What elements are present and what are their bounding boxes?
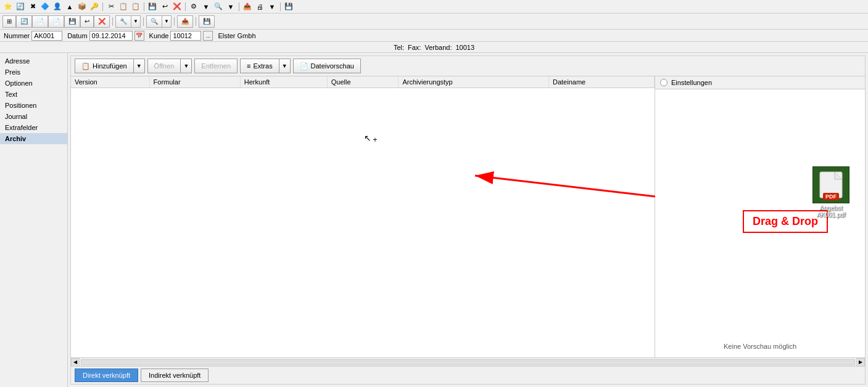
- menu-icon-close[interactable]: ✖: [27, 1, 38, 12]
- filter-btn[interactable]: 🔍: [146, 15, 162, 28]
- indirekt-button[interactable]: Indirekt verknüpft: [141, 369, 209, 382]
- dateivorschau-group: 📄 Dateivorschau: [293, 59, 361, 73]
- copy-button[interactable]: 📄: [48, 15, 64, 28]
- menu-icon-user[interactable]: 👤: [52, 1, 63, 12]
- oeffnen-dropdown[interactable]: ▼: [181, 59, 192, 73]
- menu-icon-delete[interactable]: ❌: [172, 1, 183, 12]
- sidebar-item-extrafelder[interactable]: Extrafelder: [0, 122, 67, 133]
- kunde-picker-button[interactable]: ...: [203, 31, 213, 41]
- customer-name: Elster Gmbh: [218, 32, 255, 39]
- settings-btn[interactable]: 🔧: [115, 15, 131, 28]
- scrollbar-area[interactable]: ◀ ▶: [71, 357, 865, 366]
- menu-icon-print[interactable]: 🖨: [254, 1, 265, 12]
- extras-button[interactable]: ≡ Extras: [240, 59, 279, 73]
- oeffnen-group: Öffnen ▼: [147, 59, 192, 73]
- menu-icon-settings[interactable]: ⚙: [188, 1, 199, 12]
- sep-tb: [112, 17, 113, 26]
- filter-dropdown[interactable]: ▼: [162, 15, 172, 28]
- col-herkunft: Herkunft: [240, 76, 327, 88]
- sidebar-item-preis[interactable]: Preis: [0, 67, 67, 78]
- menu-icon-diamond[interactable]: 🔷: [39, 1, 51, 12]
- extras-dropdown[interactable]: ▼: [279, 59, 291, 73]
- action-toolbar: 📋 Hinzufügen ▼ Öffnen ▼ Entfernen ≡ E: [71, 56, 865, 76]
- sidebar-item-positionen[interactable]: Positionen: [0, 100, 67, 111]
- table-area[interactable]: Version Formular Herkunft Quelle Archivi…: [71, 76, 655, 357]
- nummer-input[interactable]: [31, 31, 62, 41]
- undo-button[interactable]: ↩: [80, 15, 94, 28]
- refresh-button[interactable]: 🔄: [16, 15, 32, 28]
- sidebar-item-text[interactable]: Text: [0, 89, 67, 100]
- menu-icon-star[interactable]: ⭐: [2, 1, 14, 12]
- einstellungen-label: Einstellungen: [671, 79, 712, 86]
- sep3: [185, 2, 186, 11]
- sidebar-item-archiv[interactable]: Archiv: [0, 133, 67, 144]
- col-dateiname: Dateiname: [549, 76, 655, 88]
- dateivorschau-button[interactable]: 📄 Dateivorschau: [293, 59, 361, 73]
- main-layout: Adresse Preis Optionen Text Positionen J…: [0, 53, 868, 387]
- content-area: 📋 Hinzufügen ▼ Öffnen ▼ Entfernen ≡ E: [70, 55, 866, 385]
- kunde-input[interactable]: [170, 31, 201, 41]
- nav-btn-group: ⊞ 🔄 📄 📄 💾 ↩ ❌: [2, 15, 110, 28]
- settings-dropdown[interactable]: ▼: [131, 15, 141, 28]
- menu-icon-refresh[interactable]: 🔄: [15, 1, 26, 12]
- menu-icon-package[interactable]: 📦: [76, 1, 88, 12]
- oeffnen-button[interactable]: Öffnen: [147, 59, 181, 73]
- save-button[interactable]: 💾: [64, 15, 80, 28]
- menu-icon-paste[interactable]: 📋: [130, 1, 141, 12]
- hinzufuegen-group: 📋 Hinzufügen ▼: [75, 59, 145, 73]
- datum-input[interactable]: [89, 31, 133, 41]
- menu-icon-cut[interactable]: ✂: [105, 1, 117, 12]
- nummer-field: Nummer: [4, 31, 62, 41]
- sidebar-item-journal[interactable]: Journal: [0, 111, 67, 122]
- menu-icon-dropdown[interactable]: ▼: [200, 1, 212, 12]
- menu-icon-undo[interactable]: ↩: [159, 1, 170, 12]
- hinzufuegen-dropdown[interactable]: ▼: [134, 59, 145, 73]
- extras-label: Extras: [253, 62, 272, 70]
- entfernen-button[interactable]: Entfernen: [194, 59, 238, 73]
- delete-button[interactable]: ❌: [94, 15, 110, 28]
- menu-icon-filter[interactable]: ▼: [225, 1, 236, 12]
- nav-button[interactable]: 📤: [177, 15, 193, 28]
- menu-icon-save[interactable]: 💾: [147, 1, 158, 12]
- top-menu-bar: ⭐ 🔄 ✖ 🔷 👤 ▲ 📦 🔑 ✂ 📋 📋 💾 ↩ ❌ ⚙ ▼ 🔍 ▼ 📤 🖨 …: [0, 0, 868, 14]
- sidebar-item-optionen[interactable]: Optionen: [0, 78, 67, 89]
- direkt-button[interactable]: Direkt verknüpft: [75, 369, 138, 382]
- menu-icon-key[interactable]: 🔑: [89, 1, 100, 12]
- pdf-icon-background: PDF: [812, 166, 849, 203]
- sep-tb4: [196, 17, 196, 26]
- menu-icon-copy[interactable]: 📋: [118, 1, 129, 12]
- fax-button[interactable]: 💾: [199, 15, 215, 28]
- menu-icon-print-dropdown[interactable]: ▼: [267, 1, 278, 12]
- pdf-file[interactable]: PDF Angebot AK001.pdf: [806, 166, 856, 218]
- nummer-label: Nummer: [4, 32, 30, 39]
- second-toolbar: ⊞ 🔄 📄 📄 💾 ↩ ❌ 🔧 ▼ 🔍 ▼ 📤 💾: [0, 14, 868, 30]
- menu-icon-arrow[interactable]: ▲: [64, 1, 75, 12]
- new-button[interactable]: 📄: [32, 15, 48, 28]
- pdf-badge: PDF: [823, 193, 839, 200]
- sep5: [280, 2, 281, 11]
- einstellungen-radio[interactable]: [660, 79, 668, 86]
- menu-icon-disk[interactable]: 💾: [283, 1, 294, 12]
- datum-picker-button[interactable]: 📅: [134, 31, 144, 41]
- grid-button[interactable]: ⊞: [2, 15, 16, 28]
- archive-table: Version Formular Herkunft Quelle Archivi…: [71, 76, 655, 88]
- sep-tb2: [143, 17, 144, 26]
- menu-icon-export[interactable]: 📤: [242, 1, 253, 12]
- hinzufuegen-icon: 📋: [81, 62, 90, 70]
- entfernen-group: Entfernen: [194, 59, 238, 73]
- sidebar-item-adresse[interactable]: Adresse: [0, 55, 67, 67]
- cursor-indicator: ↖ +: [364, 132, 378, 144]
- action-btn-group: 🔧 ▼: [115, 15, 141, 28]
- scroll-right[interactable]: ▶: [856, 358, 865, 367]
- menu-icon-search[interactable]: 🔍: [213, 1, 224, 12]
- hinzufuegen-button[interactable]: 📋 Hinzufügen: [75, 59, 134, 73]
- kunde-field: Kunde ...: [149, 31, 213, 41]
- filter-btn-group: 🔍 ▼: [146, 15, 172, 28]
- scroll-left[interactable]: ◀: [71, 358, 80, 367]
- sidebar: Adresse Preis Optionen Text Positionen J…: [0, 53, 68, 387]
- tel-label: Tel:: [394, 44, 404, 51]
- dateivorschau-label: Dateivorschau: [311, 62, 354, 70]
- dateivorschau-icon: 📄: [300, 62, 308, 70]
- table-and-panel: Version Formular Herkunft Quelle Archivi…: [71, 76, 865, 357]
- scrollbar-track[interactable]: [81, 359, 855, 365]
